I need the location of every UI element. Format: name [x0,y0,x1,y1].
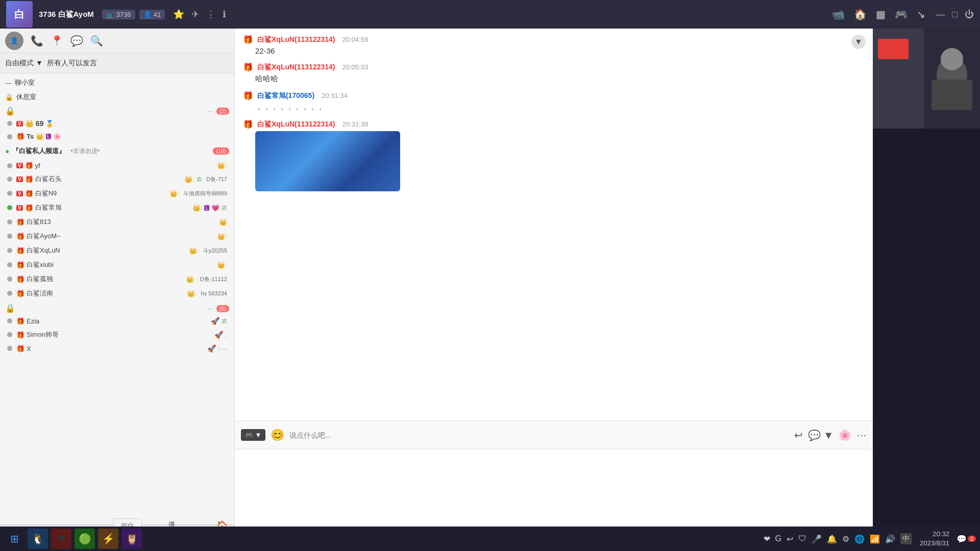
flower-button[interactable]: 🌸 [839,429,851,441]
clock-time: 20:32 [920,530,949,539]
member-baisha-ayom: 🎁 白鲨AyoM~ 👑: [0,229,234,243]
right-toolbar-icons: 📹 🏠 ▦ 🎮 ↘ [832,8,925,20]
tray-heart[interactable]: ❤ [764,534,770,544]
tray-globe[interactable]: 🌐 [854,534,865,544]
scroll-down-button[interactable]: ▼ [851,35,866,49]
l-badge: L [46,134,51,139]
user-icon: 👤 [143,11,152,18]
ts-name: Ts [27,133,34,140]
windows-icon: ⊞ [10,533,19,545]
pink-badge: 🌸 [53,133,61,140]
member-69: 69 [36,119,44,128]
start-button[interactable]: ⊞ [4,529,24,549]
emoji-button[interactable]: 😊 [271,429,284,442]
message-icon[interactable]: 💬 [70,35,83,47]
sidebar-header: 👤 📞 📍 💬 🔍 [0,29,234,53]
dot [7,318,12,323]
search-icon[interactable]: 🔍 [90,35,103,47]
taskbar-app-green[interactable]: 🟢 [75,529,95,549]
send-button[interactable]: ↩ [794,429,803,441]
msg-header-1: 🎁 白鲨XqLuN(113122314) 20:04:59 [243,35,865,44]
gift-icon-1: 🎁 [243,35,253,44]
section-lock-2: 🔒 ··· (5) [0,300,234,314]
dot [7,346,12,351]
titlebar: 白 3736 白鲨AyoM 📺 3736 👤 41 ⭐ ✈ ⋮ ℹ 📹 🏠 ▦ … [0,0,980,29]
tray-mic[interactable]: 🎤 [812,534,822,544]
image-content [255,131,400,191]
video-preview [873,29,980,129]
private-channel-label: •非请勿进• [70,147,99,156]
owl-app-icon: 🦉 [126,533,138,545]
tray-g[interactable]: G [775,534,781,543]
taskbar-app-penguin[interactable]: 🐧 [28,529,48,549]
dot [7,177,12,182]
member-baisha-xiubi: 🎁 白鲨xiubi 👑: [0,258,234,272]
close-button[interactable]: ⏻ [965,9,974,20]
dot [7,277,12,282]
dot-online [7,205,12,210]
minimize-button[interactable]: — [936,9,945,20]
svg-rect-3 [932,80,972,110]
svg-point-2 [941,48,963,70]
music-app-icon: ❤ [57,533,66,545]
tray-volume[interactable]: 🔊 [885,534,895,544]
msg-body-1: 22-36 [243,46,865,55]
channel-xiuxishi-label: 休息室 [16,92,36,102]
phone-icon[interactable]: 📞 [31,35,43,47]
penguin-icon: 🐧 [32,533,44,545]
info-icon[interactable]: ℹ [223,9,226,20]
mode-selector[interactable]: 自由模式 ▼ [5,59,43,68]
title-icons: ⭐ ✈ ⋮ ℹ [173,9,226,20]
chat-image-preview[interactable] [255,131,400,191]
channel-xiaoshi[interactable]: — 聊小室 [0,76,234,90]
notification-area[interactable]: 💬 2 [957,534,976,544]
timestamp-4: 20:31:39 [342,120,369,128]
star-icon[interactable]: ⭐ [173,9,184,20]
tray-back[interactable]: ↩ [787,534,793,544]
avatar-btn[interactable]: 👤 [5,32,23,50]
svg-rect-5 [878,39,909,59]
window-controls: — □ ⏻ [936,9,974,20]
more-button[interactable]: 💬 ▼ [808,429,834,441]
crown-badge: 👑 [25,119,34,128]
maximize-button[interactable]: □ [952,9,958,20]
chat-message-4: 🎁 白鲨XqLuN(113122314) 20:31:39 [243,119,865,191]
video-icon[interactable]: 📹 [832,8,845,20]
all-speak-label: 所有人可以发言 [47,59,97,68]
member-item: V 👑 69 🏅: [0,117,234,130]
dot [7,248,12,253]
system-clock[interactable]: 20:32 2023/8/31 [920,530,949,548]
member-baisha-n9: V 🎁 白鲨N9 👑: 斗渔房间号88899 [0,186,234,201]
username-3: 白鲨常旭(170065) [257,91,314,101]
extra-button[interactable]: ⋯ [856,429,867,441]
tray-tools[interactable]: ⚙ [842,534,849,544]
grid-icon[interactable]: ▦ [876,8,886,20]
member-simon: 🎁 Simon帅哥 🚀 : [0,328,234,342]
channel-title: 3736 白鲨AyoM [39,10,94,19]
gamepad-icon[interactable]: 🎮 [895,8,908,20]
home-icon[interactable]: 🏠 [854,8,867,20]
member-ts: 🎁 Ts 👑 L 🌸 [0,130,234,143]
arrow-icon[interactable]: ↘ [917,8,925,20]
tray-signal[interactable]: 📶 [870,534,880,544]
location-icon[interactable]: 📍 [51,35,63,47]
tray-lang[interactable]: 中 [900,533,912,544]
tray-bell[interactable]: 🔔 [827,534,837,544]
channel-xiuxishi[interactable]: 🔒 休息室 [0,90,234,104]
tray-shield[interactable]: 🛡 [798,534,806,543]
private-channel-header[interactable]: ● 『白鲨私人频道』 •非请勿进• (10) [0,143,234,159]
taskbar-app-owl[interactable]: 🦉 [121,529,142,549]
channel-list: — 聊小室 🔒 休息室 🔒 ··· (2) V 👑 69 [0,73,234,524]
chat-messages: ▼ 🎁 白鲨XqLuN(113122314) 20:04:59 22-36 🎁 … [235,29,873,420]
share-icon[interactable]: ⋮ [206,9,215,20]
channel-badge: 📺 3736 [102,10,135,19]
chat-input[interactable] [289,431,789,439]
game-button[interactable]: 🎮 ▼ [241,429,265,441]
send-buttons: ↩ 💬 ▼ 🌸 ⋯ [794,429,867,441]
green-dot: ● [5,147,9,155]
chat-area: ▼ 🎁 白鲨XqLuN(113122314) 20:04:59 22-36 🎁 … [235,29,873,551]
taskbar-app-lightning[interactable]: ⚡ [98,529,118,549]
taskbar-app-heart[interactable]: ❤ [51,529,71,549]
app-logo: 白 [6,1,33,28]
flight-icon[interactable]: ✈ [191,9,199,20]
